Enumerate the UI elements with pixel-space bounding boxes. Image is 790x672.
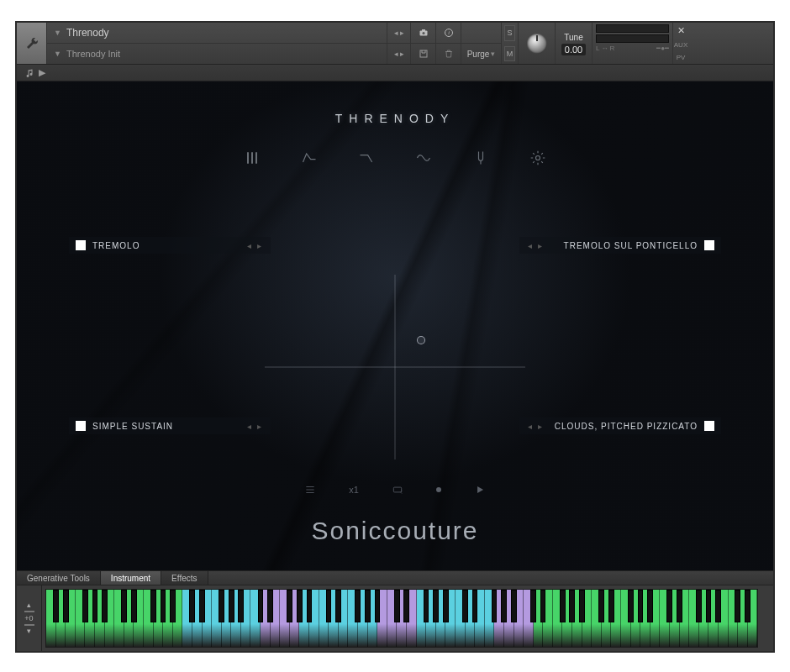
white-key[interactable] xyxy=(56,590,66,647)
white-key[interactable] xyxy=(290,590,300,647)
white-key[interactable] xyxy=(729,590,739,647)
white-key[interactable] xyxy=(494,590,504,647)
slot-label[interactable]: CLOUDS, PITCHED PIZZICATO xyxy=(551,422,698,431)
xy-cursor[interactable] xyxy=(417,336,425,344)
solo-button[interactable]: S xyxy=(504,25,515,41)
white-key[interactable] xyxy=(504,590,514,647)
white-key[interactable] xyxy=(348,590,358,647)
pan-icon[interactable]: L ↔ R xyxy=(596,45,614,52)
white-key[interactable] xyxy=(250,590,261,647)
transpose-down-icon[interactable]: ▾ xyxy=(27,627,31,635)
white-key[interactable] xyxy=(456,590,466,647)
white-key[interactable] xyxy=(650,590,661,647)
purge-menu[interactable]: Purge ▾ xyxy=(461,44,501,64)
white-key[interactable] xyxy=(144,590,154,647)
white-key[interactable] xyxy=(173,590,183,647)
loop-icon[interactable] xyxy=(391,483,404,496)
slot-led[interactable] xyxy=(704,421,714,431)
white-key[interactable] xyxy=(670,590,680,647)
slot-led[interactable] xyxy=(76,240,86,250)
transpose-control[interactable]: ▴ +0 ▾ xyxy=(17,585,42,651)
white-key[interactable] xyxy=(611,590,621,647)
white-key[interactable] xyxy=(358,590,368,647)
slot-label[interactable]: TREMOLO SUL PONTICELLO xyxy=(551,241,698,250)
tab-generative-tools[interactable]: Generative Tools xyxy=(17,571,101,585)
white-key[interactable] xyxy=(280,590,290,647)
white-key[interactable] xyxy=(689,590,699,647)
white-key[interactable] xyxy=(154,590,164,647)
prev-next-instrument[interactable]: ◂▸ xyxy=(387,23,410,44)
slot-prev-next[interactable]: ◂▸ xyxy=(526,241,545,250)
white-key[interactable] xyxy=(426,590,436,647)
slot-led[interactable] xyxy=(704,240,714,250)
slot-prev-next[interactable]: ◂▸ xyxy=(245,422,264,431)
tab-effects[interactable]: Effects xyxy=(161,571,208,585)
prev-next-preset[interactable]: ◂▸ xyxy=(387,44,410,64)
white-key[interactable] xyxy=(660,590,670,647)
white-key[interactable] xyxy=(95,590,105,647)
white-key[interactable] xyxy=(436,590,446,647)
white-key[interactable] xyxy=(592,590,602,647)
white-key[interactable] xyxy=(76,590,86,647)
white-key[interactable] xyxy=(407,590,417,647)
white-key[interactable] xyxy=(368,590,378,647)
white-key[interactable] xyxy=(397,590,407,647)
virtual-keyboard[interactable] xyxy=(45,589,758,648)
mixer-page-icon[interactable] xyxy=(243,149,261,167)
preset-name-row[interactable]: ▼ Threnody Init xyxy=(47,44,387,64)
snapshot-icon[interactable] xyxy=(411,23,435,44)
white-key[interactable] xyxy=(524,590,534,647)
white-key[interactable] xyxy=(222,590,232,647)
instrument-name-row[interactable]: ▼ Threnody xyxy=(47,23,387,44)
slot-label[interactable]: SIMPLE SUSTAIN xyxy=(92,422,239,431)
wrench-button[interactable] xyxy=(17,23,47,64)
settings-page-icon[interactable] xyxy=(529,149,547,167)
list-icon[interactable] xyxy=(303,483,317,496)
white-key[interactable] xyxy=(231,590,241,647)
save-icon[interactable] xyxy=(411,44,435,64)
record-icon[interactable] xyxy=(436,487,441,492)
white-key[interactable] xyxy=(163,590,173,647)
white-key[interactable] xyxy=(582,590,592,647)
tuning-page-icon[interactable] xyxy=(471,149,490,167)
white-key[interactable] xyxy=(134,590,144,647)
white-key[interactable] xyxy=(466,590,476,647)
white-key[interactable] xyxy=(299,590,309,647)
transpose-up-icon[interactable]: ▴ xyxy=(27,601,31,609)
white-key[interactable] xyxy=(46,590,56,647)
white-key[interactable] xyxy=(203,590,213,647)
close-button[interactable]: ✕ xyxy=(677,25,685,36)
white-key[interactable] xyxy=(182,590,192,647)
white-key[interactable] xyxy=(329,590,339,647)
white-key[interactable] xyxy=(124,590,134,647)
tune-display[interactable]: Tune 0.00 xyxy=(556,23,592,64)
white-key[interactable] xyxy=(319,590,329,647)
white-key[interactable] xyxy=(377,590,387,647)
info-icon[interactable]: i xyxy=(436,23,461,44)
slot-label[interactable]: TREMOLO xyxy=(92,241,239,250)
white-key[interactable] xyxy=(553,590,563,647)
white-key[interactable] xyxy=(640,590,650,647)
white-key[interactable] xyxy=(562,590,572,647)
white-key[interactable] xyxy=(271,590,281,647)
white-key[interactable] xyxy=(417,590,427,647)
white-key[interactable] xyxy=(105,590,115,647)
mute-button[interactable]: M xyxy=(504,46,515,62)
white-key[interactable] xyxy=(309,590,319,647)
white-key[interactable] xyxy=(475,590,485,647)
tab-instrument[interactable]: Instrument xyxy=(101,571,161,585)
trash-icon[interactable] xyxy=(436,44,461,64)
white-key[interactable] xyxy=(572,590,582,647)
white-key[interactable] xyxy=(631,590,641,647)
white-key[interactable] xyxy=(534,590,544,647)
play-icon[interactable] xyxy=(473,483,487,496)
slot-led[interactable] xyxy=(76,421,86,431)
white-key[interactable] xyxy=(738,590,748,647)
white-key[interactable] xyxy=(543,590,553,647)
white-key[interactable] xyxy=(66,590,76,647)
white-key[interactable] xyxy=(192,590,203,647)
white-key[interactable] xyxy=(241,590,251,647)
filter-page-icon[interactable] xyxy=(357,149,376,167)
volume-knob[interactable] xyxy=(519,23,556,64)
white-key[interactable] xyxy=(514,590,524,647)
